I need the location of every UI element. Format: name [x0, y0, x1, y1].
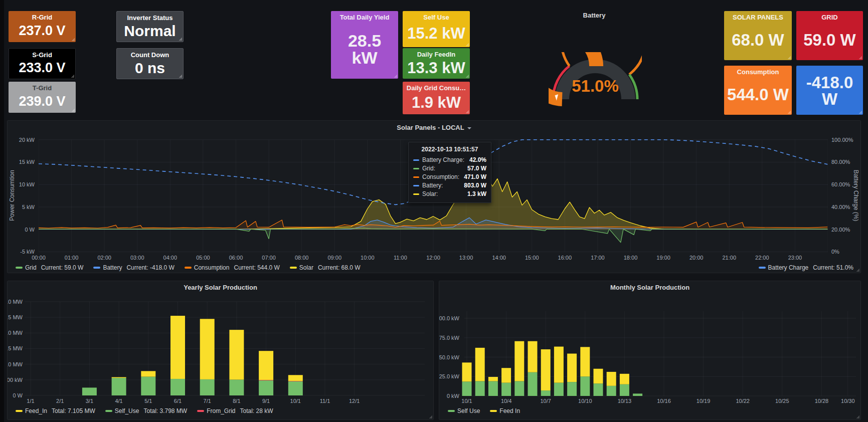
bar-feed-in-10-2: [475, 348, 485, 381]
bar-self-use-10-2: [475, 381, 485, 396]
legend-item-self-use[interactable]: Self Use: [448, 407, 480, 414]
x-axis-tick: 18:00: [619, 254, 641, 261]
legend-item-self-use[interactable]: Self_UseTotal: 3.798 MW: [105, 407, 187, 414]
legend-value: Current: 68.0 W: [318, 264, 361, 271]
y-axis-title-right: Battery Charge (%): [852, 163, 859, 228]
tooltip-series-label: Battery:: [422, 181, 443, 190]
legend-item-grid[interactable]: GridCurrent: 59.0 W: [16, 264, 83, 271]
bar-feed-in-10-12: [607, 372, 616, 386]
battery-gauge-panel[interactable]: Battery 51.0%: [476, 7, 712, 115]
bar-self_use-9-1: [259, 380, 273, 395]
bar-self_use-3-1: [82, 387, 97, 395]
x-axis-tick: 22:00: [751, 254, 773, 261]
stat-title: Daily FeedIn: [417, 51, 456, 58]
bar-self-use-10-10: [580, 376, 590, 396]
bar-feed_in-5-1: [141, 371, 155, 376]
bar-feed-in-10-5: [514, 341, 524, 381]
stat-title: Count Down: [131, 51, 169, 59]
x-axis-tick: 10/7: [540, 398, 551, 404]
stat-value: 15.2 kW: [405, 21, 468, 46]
legend-value: Total: 3.798 MW: [143, 407, 187, 414]
stat-daily-grid-consumption[interactable]: Daily Grid Consu… 1.9 kW: [403, 82, 470, 114]
y-axis-tick: 15 kW: [8, 158, 35, 165]
stat-count-down[interactable]: Count Down 0 ns: [116, 48, 184, 79]
x-axis-tick: 07:00: [258, 254, 280, 261]
x-axis-tick: 21:00: [718, 254, 740, 261]
stat-daily-feedin[interactable]: Daily FeedIn 13.3 kW: [403, 48, 470, 79]
legend-item-feed-in[interactable]: Feed_InTotal: 7.105 MW: [16, 407, 95, 414]
bar-self-use-10-6: [528, 372, 538, 396]
x-axis-tick: 23:00: [784, 254, 806, 261]
monthly-bar-chart[interactable]: 100.0 kW75.0 kW50.0 kW25.0 kW0 kW10/110/…: [439, 281, 861, 420]
tooltip-series-label: Grid:: [422, 164, 435, 173]
legend-item-from-grid[interactable]: From_GridTotal: 28 kW: [197, 407, 273, 414]
legend-color-dash: [197, 410, 204, 412]
stat-solar-panels[interactable]: SOLAR PANELS 68.0 W: [724, 11, 792, 60]
tooltip-series-dash: [413, 185, 419, 186]
stat-total-daily-yield[interactable]: Total Daily Yield 28.5 kW: [331, 11, 398, 79]
legend-value: Current: 544.0 W: [234, 264, 279, 271]
window-edge: [0, 0, 4, 422]
stat-r-grid[interactable]: R-Grid 237.0 V: [9, 11, 76, 42]
tooltip-row: Solar:1.3 kW: [413, 190, 486, 198]
x-axis-tick: 1/1: [27, 398, 34, 404]
tooltip-row: Battery Charge:42.0%: [413, 156, 486, 164]
legend-value: Current: -418.0 W: [126, 264, 174, 271]
yearly-bar-chart[interactable]: 3.0 MW2.5 MW2.0 MW1.5 MW1.0 MW500 kW0 W1…: [8, 281, 434, 420]
y-axis-tick: 75.0 kW: [439, 335, 460, 341]
y-axis-title-left: Power Consumtion: [9, 163, 16, 228]
y-axis-tick: 3.0 MW: [8, 299, 23, 305]
legend-label: Self_Use: [115, 407, 139, 414]
bar-self_use-6-1: [170, 379, 185, 395]
bar-feed-in-10-8: [554, 347, 564, 383]
legend-item-battery-charge[interactable]: Battery ChargeCurrent: 51.0%: [759, 264, 853, 271]
legend-value: Current: 59.0 W: [41, 264, 84, 271]
legend-item-feed-in[interactable]: Feed In: [490, 407, 520, 414]
legend-item-battery[interactable]: BatteryCurrent: -418.0 W: [93, 264, 174, 271]
legend-item-consumption[interactable]: ConsumptionCurrent: 544.0 W: [185, 264, 280, 271]
x-axis-tick: 08:00: [291, 254, 313, 261]
bar-feed-in-10-13: [620, 374, 629, 384]
stat-t-grid[interactable]: T-Grid 239.0 V: [9, 82, 76, 113]
x-axis-tick: 10/16: [657, 398, 671, 404]
stat-inverter-status[interactable]: Inverter Status Normal: [116, 11, 184, 42]
stat-value: 68.0 W: [726, 21, 790, 59]
panel-title-dropdown[interactable]: Solar Panels - LOCAL: [397, 124, 471, 131]
stat-value: 237.0 V: [11, 21, 74, 41]
x-axis-tick: 10:00: [357, 254, 379, 261]
bar-feed-in-10-9: [567, 354, 577, 382]
stat-title: S-Grid: [32, 51, 52, 59]
legend-item-solar[interactable]: SolarCurrent: 68.0 W: [290, 264, 361, 271]
grafana-dashboard: R-Grid 237.0 V S-Grid 233.0 V T-Grid 239…: [0, 0, 868, 422]
legend-color-dash: [93, 267, 100, 269]
stat-battery[interactable]: -418.0 W: [796, 66, 863, 115]
x-axis-tick: 19:00: [652, 254, 674, 261]
x-axis-tick: 10/19: [697, 398, 711, 404]
tooltip-series-value: 42.0%: [469, 156, 486, 164]
bar-from_grid-9-1: [259, 380, 273, 380]
x-axis-tick: 2/1: [56, 398, 64, 404]
x-axis-tick: 10/1: [461, 398, 472, 404]
stat-s-grid[interactable]: S-Grid 233.0 V: [9, 48, 76, 79]
bar-self-use-10-8: [554, 383, 564, 396]
tooltip-rows: Battery Charge:42.0%Grid:57.0 WConsumpti…: [413, 156, 486, 198]
tooltip-series-value: 803.0 W: [464, 181, 486, 190]
bar-feed_in-6-1: [170, 316, 185, 379]
stat-consumption[interactable]: Consumption 544.0 W: [724, 66, 792, 115]
x-axis-tick: 06:00: [225, 254, 247, 261]
legend-color-dash: [105, 410, 112, 412]
bar-self_use-5-1: [141, 377, 155, 395]
legend-label: Solar: [299, 264, 313, 271]
bar-feed_in-7-1: [200, 319, 215, 379]
bar-self-use-10-12: [607, 386, 616, 396]
legend-value: Total: 28 kW: [240, 407, 273, 414]
stat-title: GRID: [821, 14, 838, 21]
legend-label: Grid: [25, 264, 37, 271]
gauge-title: Battery: [476, 12, 712, 19]
stat-self-use[interactable]: Self Use 15.2 kW: [403, 11, 470, 47]
bar-from_grid-10-1: [288, 381, 303, 381]
stat-value: -418.0 W: [798, 68, 861, 113]
legend-label: Battery Charge: [768, 264, 809, 271]
stat-grid[interactable]: GRID 59.0 W: [796, 11, 863, 60]
bar-self-use-10-1: [462, 381, 472, 396]
